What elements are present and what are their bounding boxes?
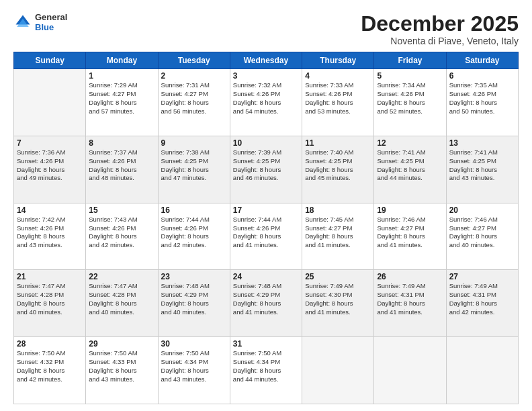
calendar-cell: 3Sunrise: 7:32 AM Sunset: 4:26 PM Daylig…: [230, 69, 302, 136]
day-info: Sunrise: 7:34 AM Sunset: 4:26 PM Dayligh…: [377, 81, 443, 116]
calendar-cell: 26Sunrise: 7:49 AM Sunset: 4:31 PM Dayli…: [374, 270, 446, 337]
col-header-wednesday: Wednesday: [230, 52, 302, 69]
day-info: Sunrise: 7:36 AM Sunset: 4:26 PM Dayligh…: [17, 148, 83, 183]
logo-text: General Blue: [35, 12, 67, 32]
calendar-cell: 28Sunrise: 7:50 AM Sunset: 4:32 PM Dayli…: [14, 337, 86, 404]
day-info: Sunrise: 7:41 AM Sunset: 4:25 PM Dayligh…: [449, 148, 515, 183]
day-info: Sunrise: 7:38 AM Sunset: 4:25 PM Dayligh…: [161, 148, 227, 183]
day-number: 7: [17, 138, 83, 148]
day-info: Sunrise: 7:50 AM Sunset: 4:33 PM Dayligh…: [89, 349, 154, 383]
day-number: 24: [233, 272, 299, 281]
calendar-cell: 23Sunrise: 7:48 AM Sunset: 4:29 PM Dayli…: [158, 270, 230, 337]
calendar-cell: 16Sunrise: 7:44 AM Sunset: 4:26 PM Dayli…: [158, 203, 230, 270]
day-number: 31: [233, 339, 299, 349]
day-info: Sunrise: 7:46 AM Sunset: 4:27 PM Dayligh…: [449, 216, 515, 250]
day-number: 9: [161, 138, 227, 148]
calendar-week-1: 7Sunrise: 7:36 AM Sunset: 4:26 PM Daylig…: [14, 136, 519, 203]
day-info: Sunrise: 7:48 AM Sunset: 4:29 PM Dayligh…: [161, 282, 227, 316]
location-subtitle: Noventa di Piave, Veneto, Italy: [361, 36, 519, 46]
day-number: 1: [89, 71, 154, 81]
calendar-week-4: 28Sunrise: 7:50 AM Sunset: 4:32 PM Dayli…: [14, 337, 519, 404]
calendar-cell: 24Sunrise: 7:48 AM Sunset: 4:29 PM Dayli…: [230, 270, 302, 337]
day-number: 27: [449, 272, 515, 281]
calendar-cell: 11Sunrise: 7:40 AM Sunset: 4:25 PM Dayli…: [302, 136, 374, 203]
day-number: 21: [17, 272, 83, 281]
day-number: 28: [17, 339, 83, 349]
logo: General Blue: [13, 12, 67, 32]
day-number: 5: [377, 71, 443, 81]
col-header-friday: Friday: [374, 52, 446, 69]
day-info: Sunrise: 7:49 AM Sunset: 4:31 PM Dayligh…: [377, 282, 443, 316]
calendar-cell: 27Sunrise: 7:49 AM Sunset: 4:31 PM Dayli…: [446, 270, 518, 337]
calendar-cell: 5Sunrise: 7:34 AM Sunset: 4:26 PM Daylig…: [374, 69, 446, 136]
calendar-cell: 10Sunrise: 7:39 AM Sunset: 4:25 PM Dayli…: [230, 136, 302, 203]
day-number: 15: [89, 205, 154, 215]
day-info: Sunrise: 7:39 AM Sunset: 4:25 PM Dayligh…: [233, 148, 299, 183]
calendar-cell: [446, 337, 518, 404]
calendar-cell: 18Sunrise: 7:45 AM Sunset: 4:27 PM Dayli…: [302, 203, 374, 270]
day-number: 17: [233, 205, 299, 215]
calendar-cell: 2Sunrise: 7:31 AM Sunset: 4:27 PM Daylig…: [158, 69, 230, 136]
day-number: 23: [161, 272, 227, 281]
day-number: 16: [161, 205, 227, 215]
calendar-cell: 13Sunrise: 7:41 AM Sunset: 4:25 PM Dayli…: [446, 136, 518, 203]
calendar-cell: 7Sunrise: 7:36 AM Sunset: 4:26 PM Daylig…: [14, 136, 86, 203]
calendar-cell: 8Sunrise: 7:37 AM Sunset: 4:26 PM Daylig…: [86, 136, 158, 203]
col-header-monday: Monday: [86, 52, 158, 69]
day-number: 30: [161, 339, 227, 349]
calendar-cell: 30Sunrise: 7:50 AM Sunset: 4:34 PM Dayli…: [158, 337, 230, 404]
day-number: 20: [449, 205, 515, 215]
day-number: 2: [161, 71, 227, 81]
day-info: Sunrise: 7:46 AM Sunset: 4:27 PM Dayligh…: [377, 216, 443, 250]
calendar-week-0: 1Sunrise: 7:29 AM Sunset: 4:27 PM Daylig…: [14, 69, 519, 136]
calendar-cell: 19Sunrise: 7:46 AM Sunset: 4:27 PM Dayli…: [374, 203, 446, 270]
day-info: Sunrise: 7:45 AM Sunset: 4:27 PM Dayligh…: [305, 216, 371, 250]
calendar-cell: 17Sunrise: 7:44 AM Sunset: 4:26 PM Dayli…: [230, 203, 302, 270]
calendar-cell: [374, 337, 446, 404]
title-block: December 2025 Noventa di Piave, Veneto, …: [361, 12, 519, 46]
calendar-week-3: 21Sunrise: 7:47 AM Sunset: 4:28 PM Dayli…: [14, 270, 519, 337]
day-number: 18: [305, 205, 371, 215]
day-info: Sunrise: 7:50 AM Sunset: 4:34 PM Dayligh…: [233, 349, 299, 383]
day-info: Sunrise: 7:35 AM Sunset: 4:26 PM Dayligh…: [449, 81, 515, 116]
page: General Blue December 2025 Noventa di Pi…: [0, 0, 532, 411]
calendar-week-2: 14Sunrise: 7:42 AM Sunset: 4:26 PM Dayli…: [14, 203, 519, 270]
calendar-cell: 6Sunrise: 7:35 AM Sunset: 4:26 PM Daylig…: [446, 69, 518, 136]
day-number: 8: [89, 138, 154, 148]
day-number: 10: [233, 138, 299, 148]
day-info: Sunrise: 7:44 AM Sunset: 4:26 PM Dayligh…: [161, 216, 227, 250]
calendar-cell: 15Sunrise: 7:43 AM Sunset: 4:26 PM Dayli…: [86, 203, 158, 270]
logo-icon: [13, 13, 32, 32]
day-number: 6: [449, 71, 515, 81]
calendar-cell: 21Sunrise: 7:47 AM Sunset: 4:28 PM Dayli…: [14, 270, 86, 337]
day-info: Sunrise: 7:44 AM Sunset: 4:26 PM Dayligh…: [233, 216, 299, 250]
day-info: Sunrise: 7:31 AM Sunset: 4:27 PM Dayligh…: [161, 81, 227, 116]
day-info: Sunrise: 7:40 AM Sunset: 4:25 PM Dayligh…: [305, 148, 371, 183]
day-info: Sunrise: 7:43 AM Sunset: 4:26 PM Dayligh…: [89, 216, 154, 250]
col-header-saturday: Saturday: [446, 52, 518, 69]
col-header-thursday: Thursday: [302, 52, 374, 69]
day-info: Sunrise: 7:47 AM Sunset: 4:28 PM Dayligh…: [89, 282, 154, 316]
day-info: Sunrise: 7:41 AM Sunset: 4:25 PM Dayligh…: [377, 148, 443, 183]
col-header-sunday: Sunday: [14, 52, 86, 69]
day-number: 29: [89, 339, 154, 349]
day-number: 12: [377, 138, 443, 148]
calendar-cell: 14Sunrise: 7:42 AM Sunset: 4:26 PM Dayli…: [14, 203, 86, 270]
day-number: 14: [17, 205, 83, 215]
calendar-cell: 20Sunrise: 7:46 AM Sunset: 4:27 PM Dayli…: [446, 203, 518, 270]
day-number: 26: [377, 272, 443, 281]
calendar-cell: 29Sunrise: 7:50 AM Sunset: 4:33 PM Dayli…: [86, 337, 158, 404]
day-number: 11: [305, 138, 371, 148]
day-info: Sunrise: 7:49 AM Sunset: 4:30 PM Dayligh…: [305, 282, 371, 316]
calendar-header-row: SundayMondayTuesdayWednesdayThursdayFrid…: [14, 52, 519, 69]
day-number: 3: [233, 71, 299, 81]
calendar-cell: 25Sunrise: 7:49 AM Sunset: 4:30 PM Dayli…: [302, 270, 374, 337]
day-number: 13: [449, 138, 515, 148]
col-header-tuesday: Tuesday: [158, 52, 230, 69]
day-info: Sunrise: 7:33 AM Sunset: 4:26 PM Dayligh…: [305, 81, 371, 116]
calendar-cell: 1Sunrise: 7:29 AM Sunset: 4:27 PM Daylig…: [86, 69, 158, 136]
calendar-cell: 12Sunrise: 7:41 AM Sunset: 4:25 PM Dayli…: [374, 136, 446, 203]
day-info: Sunrise: 7:50 AM Sunset: 4:32 PM Dayligh…: [17, 349, 83, 383]
day-info: Sunrise: 7:49 AM Sunset: 4:31 PM Dayligh…: [449, 282, 515, 316]
day-info: Sunrise: 7:37 AM Sunset: 4:26 PM Dayligh…: [89, 148, 154, 183]
